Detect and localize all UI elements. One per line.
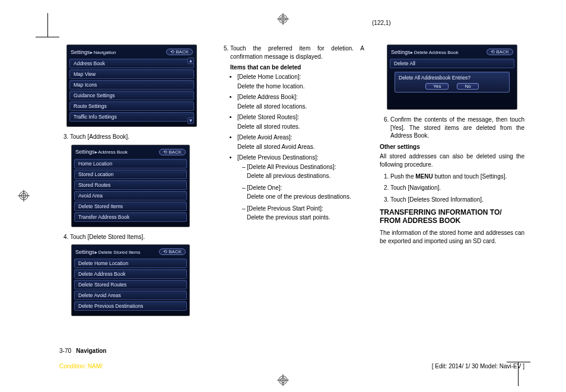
menu-item[interactable]: Traffic Info Settings	[69, 112, 194, 122]
confirmation-dialog: Delete All Addressbook Entries? Yes No	[395, 72, 510, 93]
menu-item[interactable]: Route Settings	[69, 101, 194, 111]
menu-item[interactable]: Avoid Area	[74, 191, 187, 200]
menu-item[interactable]: Delete Address Book	[74, 269, 187, 279]
scroll-up-icon[interactable]: ▲	[187, 58, 194, 64]
menu-item[interactable]: Transfer Address Book	[74, 212, 187, 222]
device-title: Settings▸ Delete Stored Items	[75, 249, 140, 255]
step-4: Touch [Delete Stored Items].	[70, 233, 204, 241]
screenshot-address-book: Settings▸ Address Book ⟲ BACK Home Locat…	[71, 145, 190, 227]
crop-mark	[47, 13, 48, 37]
step-6: Confirm the contents of the message, the…	[390, 116, 524, 140]
menu-item[interactable]: Delete Previous Destinations	[74, 301, 187, 311]
back-button[interactable]: ⟲ BACK	[159, 248, 186, 255]
bullet-item: [Delete Address Book]:	[237, 93, 364, 101]
device-title: Settings▸ Delete Address Book	[391, 49, 458, 55]
menu-item[interactable]: Address Book	[69, 59, 194, 68]
bullet-item: [Delete Previous Destinations]:	[237, 154, 364, 162]
crop-mark	[36, 37, 59, 37]
no-button[interactable]: No	[457, 83, 478, 90]
registration-mark-icon	[18, 190, 30, 202]
scroll-down-icon[interactable]: ▼	[187, 117, 194, 124]
other-settings-para: All stored addresses can also be deleted…	[380, 152, 524, 169]
other-settings-heading: Other settings	[380, 144, 524, 150]
other-step-3: Touch [Deletes Stored Information].	[390, 196, 524, 204]
bullet-desc: Delete all stored locations.	[237, 103, 364, 111]
bullet-desc: Delete all stored routes.	[237, 123, 364, 131]
dash-desc: Delete all previous destinations.	[247, 172, 364, 180]
device-title: Settings▸ Address Book	[75, 149, 128, 155]
dash-item: [Delete Previous Start Point]:	[242, 205, 364, 213]
other-step-1: Push the MENU button and touch [Settings…	[390, 173, 524, 181]
dash-desc: Delete the previous start points.	[247, 213, 364, 222]
menu-item[interactable]: Delete All	[390, 59, 514, 68]
scrollbar[interactable]: ▲ ▼	[187, 58, 194, 124]
menu-item[interactable]: Delete Stored Routes	[74, 280, 187, 289]
page-body: Settings▸ Navigation ⟲ BACK Address Book…	[59, 44, 524, 356]
registration-mark-icon	[277, 374, 289, 386]
dash-item: [Delete All Previous Destinations]:	[242, 163, 364, 171]
column-2: Touch the preferred item for deletion. A…	[220, 44, 364, 322]
menu-item[interactable]: Delete Avoid Areas	[74, 291, 187, 300]
yes-button[interactable]: Yes	[425, 83, 449, 90]
column-3: Settings▸ Delete Address Book ⟲ BACK Del…	[380, 44, 524, 322]
crop-mark	[507, 362, 530, 362]
bullet-item: [Delete Stored Routes]:	[237, 113, 364, 122]
menu-item[interactable]: Home Location	[74, 159, 187, 168]
bullet-desc: Delete all stored Avoid Areas.	[237, 143, 364, 151]
edit-stamp: [ Edit: 2014/ 1/ 30 Model: Navi-EV ]	[432, 363, 524, 369]
menu-item[interactable]: Map Icons	[69, 80, 194, 90]
menu-item[interactable]: Stored Location	[74, 170, 187, 179]
back-button[interactable]: ⟲ BACK	[166, 49, 193, 55]
page-coordinate: (122,1)	[372, 20, 391, 26]
registration-mark-icon	[277, 13, 289, 25]
step-3: Touch [Address Book].	[70, 133, 204, 141]
items-heading: Items that can be deleted	[230, 64, 364, 71]
menu-item[interactable]: Delete Stored Items	[74, 202, 187, 211]
column-1: Settings▸ Navigation ⟲ BACK Address Book…	[59, 44, 204, 322]
device-title: Settings▸ Navigation	[71, 49, 116, 55]
back-button[interactable]: ⟲ BACK	[486, 49, 513, 55]
condition-stamp: Condition: NAM/	[59, 363, 103, 369]
dialog-message: Delete All Addressbook Entries?	[399, 75, 505, 81]
screenshot-delete-stored-items: Settings▸ Delete Stored Items ⟲ BACK Del…	[71, 244, 190, 316]
menu-item[interactable]: Map View	[69, 69, 194, 79]
section-heading: TRANSFERRING INFORMATION TO/FROM ADDRESS…	[380, 208, 524, 225]
step-5: Touch the preferred item for deletion. A…	[230, 44, 364, 60]
menu-item[interactable]: Guidance Settings	[69, 91, 194, 100]
screenshot-settings-navigation: Settings▸ Navigation ⟲ BACK Address Book…	[66, 44, 197, 127]
bullet-item: [Delete Avoid Areas]:	[237, 133, 364, 142]
dash-item: [Delete One]:	[242, 184, 364, 192]
bullet-item: [Delete Home Location]:	[237, 73, 364, 81]
other-step-2: Touch [Navigation].	[390, 184, 524, 192]
menu-item[interactable]: Stored Routes	[74, 180, 187, 190]
screenshot-delete-confirm: Settings▸ Delete Address Book ⟲ BACK Del…	[387, 44, 517, 110]
page-footer: 3-70 Navigation	[59, 348, 106, 354]
back-button[interactable]: ⟲ BACK	[159, 149, 186, 155]
bullet-desc: Delete the home location.	[237, 82, 364, 91]
transfer-para: The information of the stored home and a…	[380, 229, 524, 246]
dash-desc: Delete one of the previous destinations.	[247, 193, 364, 201]
menu-item[interactable]: Delete Home Location	[74, 259, 187, 268]
